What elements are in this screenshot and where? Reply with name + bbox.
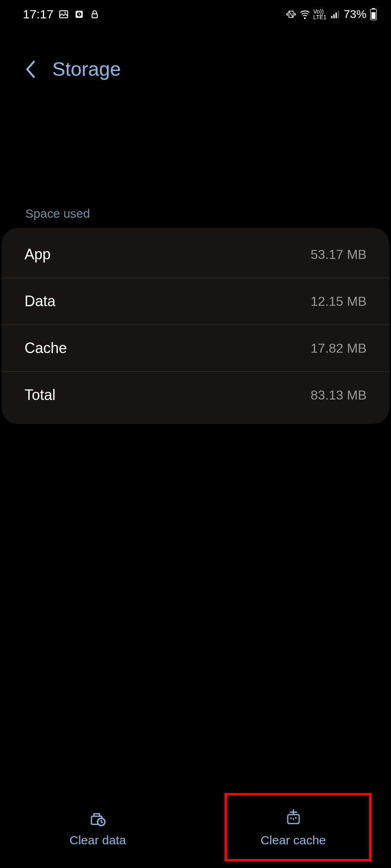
row-label-app: App	[24, 246, 51, 263]
battery-icon	[370, 8, 378, 20]
clock-icon	[74, 9, 84, 20]
storage-card: App 53.17 MB Data 12.15 MB Cache 17.82 M…	[2, 228, 389, 424]
row-value-cache: 17.82 MB	[311, 341, 367, 356]
image-icon	[58, 9, 69, 20]
vibrate-icon	[286, 9, 296, 20]
row-value-app: 53.17 MB	[311, 247, 367, 262]
status-left: 17:17	[23, 7, 100, 21]
back-button[interactable]	[24, 60, 38, 79]
status-right: Vo))LTE1 73%	[286, 8, 378, 21]
row-label-total: Total	[24, 387, 56, 404]
clear-data-label: Clear data	[69, 833, 126, 847]
wifi-icon	[300, 9, 310, 20]
clear-cache-button[interactable]: Clear cache	[196, 786, 391, 868]
clear-cache-icon	[284, 807, 303, 827]
row-value-total: 83.13 MB	[311, 388, 367, 403]
svg-point-1	[64, 12, 66, 13]
volte-indicator: Vo))LTE1	[313, 9, 327, 20]
signal-icon	[330, 9, 340, 20]
svg-rect-11	[371, 12, 375, 19]
page-title: Storage	[52, 58, 121, 80]
bottom-actions: Clear data Clear cache	[0, 786, 391, 868]
clear-data-button[interactable]: Clear data	[0, 786, 196, 868]
status-bar: 17:17 Vo))LTE1 73%	[0, 0, 391, 27]
lock-icon	[89, 9, 100, 20]
svg-rect-4	[92, 14, 98, 18]
page-header: Storage	[0, 27, 391, 88]
svg-rect-6	[333, 14, 335, 18]
svg-rect-5	[331, 16, 332, 18]
row-data: Data 12.15 MB	[2, 278, 389, 325]
row-label-cache: Cache	[24, 340, 67, 357]
row-label-data: Data	[24, 293, 56, 310]
clear-data-icon	[88, 807, 108, 827]
row-value-data: 12.15 MB	[311, 294, 367, 309]
status-time: 17:17	[23, 7, 53, 21]
row-app: App 53.17 MB	[2, 228, 389, 278]
clear-cache-label: Clear cache	[260, 833, 326, 847]
section-label-space-used: Space used	[0, 207, 391, 221]
svg-rect-7	[335, 13, 337, 18]
row-total: Total 83.13 MB	[2, 372, 389, 424]
row-cache: Cache 17.82 MB	[2, 325, 389, 372]
svg-rect-8	[338, 11, 339, 18]
battery-percent: 73%	[344, 8, 367, 21]
